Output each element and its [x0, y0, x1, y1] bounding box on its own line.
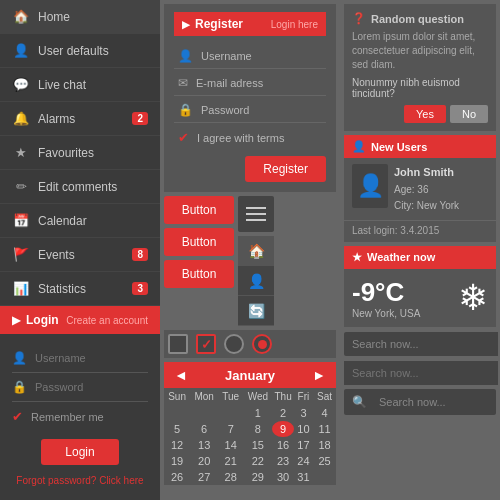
- search-input-3[interactable]: [375, 390, 500, 414]
- sidebar-item-edit-comments[interactable]: ✏ Edit comments: [0, 170, 160, 204]
- search-input-2[interactable]: [344, 361, 498, 385]
- sidebar-item-label: Events: [38, 248, 132, 262]
- calendar-day[interactable]: 22: [243, 453, 272, 469]
- sidebar-item-statistics[interactable]: 📊 Statistics 3: [0, 272, 160, 306]
- login-password-input[interactable]: [35, 381, 148, 393]
- radio-checked[interactable]: [252, 334, 272, 354]
- calendar-day[interactable]: 3: [294, 405, 313, 421]
- calendar-day[interactable]: 28: [218, 469, 243, 485]
- register-panel: ▶ Register Login here 👤 Username ✉ E-mai…: [164, 4, 336, 192]
- calendar-day[interactable]: 9: [272, 421, 293, 437]
- center-column: ▶ Register Login here 👤 Username ✉ E-mai…: [160, 0, 340, 500]
- calendar-day[interactable]: 10: [294, 421, 313, 437]
- calendar-day[interactable]: 1: [243, 405, 272, 421]
- calendar-day[interactable]: 11: [313, 421, 336, 437]
- sidebar-item-label: Live chat: [38, 78, 148, 92]
- login-section-header: ▶ Login Create an account: [0, 306, 160, 334]
- right-column: ❓ Random question Lorem ipsum dolor sit …: [340, 0, 500, 500]
- calendar-day[interactable]: 24: [294, 453, 313, 469]
- register-login-link[interactable]: Login here: [271, 19, 318, 30]
- hamburger-menu[interactable]: [238, 196, 274, 232]
- login-button[interactable]: Login: [41, 439, 118, 465]
- sidebar-item-calendar[interactable]: 📅 Calendar: [0, 204, 160, 238]
- reg-password-field: 🔒 Password: [174, 98, 326, 123]
- user-icon: 👤: [12, 43, 30, 58]
- checkbox-unchecked[interactable]: [168, 334, 188, 354]
- reg-username-label: Username: [201, 50, 252, 62]
- forgot-password-row: Forgot password? Click here: [12, 471, 148, 490]
- search-input-1[interactable]: [344, 332, 498, 356]
- create-account-link[interactable]: Create an account: [66, 315, 148, 326]
- statistics-icon: 📊: [12, 281, 30, 296]
- nu-user-icon: 👤: [352, 140, 366, 153]
- agree-label: I agree with terms: [197, 132, 284, 144]
- calendar-day[interactable]: 4: [313, 405, 336, 421]
- sidebar-item-events[interactable]: 🚩 Events 8: [0, 238, 160, 272]
- ui-button-1[interactable]: Button: [164, 196, 234, 224]
- sidebar-item-label: User defaults: [38, 44, 148, 58]
- weather-temperature: -9°C: [352, 277, 420, 308]
- sidebar: 🏠 Home 👤 User defaults 💬 Live chat 🔔 Ala…: [0, 0, 160, 500]
- hamburger-line: [246, 213, 266, 215]
- calendar-day[interactable]: 8: [243, 421, 272, 437]
- calendar-day[interactable]: 13: [190, 437, 218, 453]
- calendar-day[interactable]: 19: [164, 453, 190, 469]
- calendar-day[interactable]: 29: [243, 469, 272, 485]
- calendar-day: [190, 405, 218, 421]
- calendar-day[interactable]: 18: [313, 437, 336, 453]
- alarm-icon: 🔔: [12, 111, 30, 126]
- user-login-icon: 👤: [12, 351, 27, 365]
- calendar-day[interactable]: 16: [272, 437, 293, 453]
- sidebar-item-user-defaults[interactable]: 👤 User defaults: [0, 34, 160, 68]
- icon-menu-refresh[interactable]: 🔄: [238, 296, 274, 326]
- rq-yes-button[interactable]: Yes: [404, 105, 446, 123]
- calendar-day[interactable]: 14: [218, 437, 243, 453]
- calendar-day[interactable]: 21: [218, 453, 243, 469]
- calendar-day[interactable]: 6: [190, 421, 218, 437]
- nu-info: John Smith Age: 36 City: New York: [394, 164, 459, 214]
- register-button[interactable]: Register: [245, 156, 326, 182]
- login-username-input[interactable]: [35, 352, 148, 364]
- register-btn-row: Register: [174, 156, 326, 182]
- calendar-prev[interactable]: ◄: [174, 367, 188, 383]
- checkbox-row: [164, 330, 336, 358]
- calendar-day[interactable]: 12: [164, 437, 190, 453]
- events-icon: 🚩: [12, 247, 30, 262]
- calendar-day[interactable]: 2: [272, 405, 293, 421]
- sidebar-item-live-chat[interactable]: 💬 Live chat: [0, 68, 160, 102]
- calendar-next[interactable]: ►: [312, 367, 326, 383]
- icon-menu-user[interactable]: 👤: [238, 266, 274, 296]
- calendar-day[interactable]: 27: [190, 469, 218, 485]
- calendar-day[interactable]: 30: [272, 469, 293, 485]
- forgot-link[interactable]: Click here: [99, 475, 143, 486]
- sidebar-item-alarms[interactable]: 🔔 Alarms 2: [0, 102, 160, 136]
- buttons-section: Button Button Button 🏠 👤 🔄: [164, 196, 336, 326]
- rq-title: Random question: [371, 13, 464, 25]
- calendar-day[interactable]: 26: [164, 469, 190, 485]
- ui-button-3[interactable]: Button: [164, 260, 234, 288]
- icon-menu-home[interactable]: 🏠: [238, 236, 274, 266]
- weather-header: ★ Weather now: [344, 246, 496, 269]
- sidebar-item-home[interactable]: 🏠 Home: [0, 0, 160, 34]
- calendar-day: [164, 405, 190, 421]
- calendar-day[interactable]: 15: [243, 437, 272, 453]
- calendar-day[interactable]: 20: [190, 453, 218, 469]
- calendar-day[interactable]: 7: [218, 421, 243, 437]
- new-users-panel: 👤 New Users 👤 John Smith Age: 36 City: N…: [344, 135, 496, 242]
- calendar-day[interactable]: 17: [294, 437, 313, 453]
- calendar-day[interactable]: 23: [272, 453, 293, 469]
- calendar-day[interactable]: 5: [164, 421, 190, 437]
- calendar-day[interactable]: 31: [294, 469, 313, 485]
- reg-username-field: 👤 Username: [174, 44, 326, 69]
- checkbox-checked[interactable]: [196, 334, 216, 354]
- sidebar-item-favourites[interactable]: ★ Favourites: [0, 136, 160, 170]
- nu-last-login: Last login: 3.4.2015: [344, 220, 496, 242]
- rq-header: ❓ Random question: [352, 12, 488, 25]
- sidebar-item-label: Statistics: [38, 282, 132, 296]
- calendar-month: January: [225, 368, 275, 383]
- ui-button-2[interactable]: Button: [164, 228, 234, 256]
- calendar-icon: 📅: [12, 213, 30, 228]
- calendar-day[interactable]: 25: [313, 453, 336, 469]
- radio-unchecked[interactable]: [224, 334, 244, 354]
- rq-no-button[interactable]: No: [450, 105, 488, 123]
